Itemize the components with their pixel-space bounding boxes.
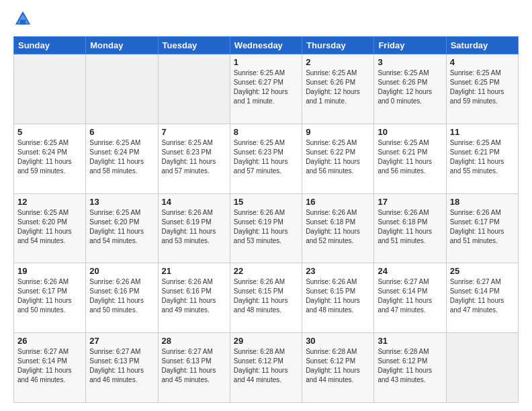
day-cell-22: 22Sunrise: 6:26 AM Sunset: 6:15 PM Dayli…	[230, 263, 302, 333]
day-number-6: 6	[89, 127, 154, 137]
day-cell-8: 8Sunrise: 6:25 AM Sunset: 6:23 PM Daylig…	[230, 124, 302, 193]
day-number-28: 28	[162, 336, 226, 346]
day-number-3: 3	[378, 57, 442, 67]
day-info-27: Sunrise: 6:27 AM Sunset: 6:13 PM Dayligh…	[89, 347, 154, 385]
day-info-15: Sunrise: 6:26 AM Sunset: 6:19 PM Dayligh…	[234, 208, 298, 246]
day-number-19: 19	[17, 266, 82, 276]
day-number-23: 23	[306, 266, 370, 276]
day-cell-26: 26Sunrise: 6:27 AM Sunset: 6:14 PM Dayli…	[14, 333, 86, 403]
day-info-7: Sunrise: 6:25 AM Sunset: 6:23 PM Dayligh…	[162, 138, 226, 176]
day-cell-31: 31Sunrise: 6:28 AM Sunset: 6:12 PM Dayli…	[374, 333, 446, 403]
day-number-18: 18	[450, 197, 515, 207]
logo-icon	[13, 9, 32, 28]
header	[13, 11, 519, 30]
day-info-16: Sunrise: 6:26 AM Sunset: 6:18 PM Dayligh…	[306, 208, 370, 246]
day-number-17: 17	[378, 197, 442, 207]
day-info-6: Sunrise: 6:25 AM Sunset: 6:24 PM Dayligh…	[89, 138, 154, 176]
day-cell-17: 17Sunrise: 6:26 AM Sunset: 6:18 PM Dayli…	[374, 193, 446, 263]
day-number-4: 4	[450, 57, 515, 67]
day-cell-15: 15Sunrise: 6:26 AM Sunset: 6:19 PM Dayli…	[230, 193, 302, 263]
day-info-31: Sunrise: 6:28 AM Sunset: 6:12 PM Dayligh…	[378, 347, 442, 385]
day-info-13: Sunrise: 6:25 AM Sunset: 6:20 PM Dayligh…	[89, 208, 154, 246]
logo	[13, 11, 35, 30]
day-number-1: 1	[234, 57, 298, 67]
empty-cell	[86, 54, 158, 124]
week-row-5: 26Sunrise: 6:27 AM Sunset: 6:14 PM Dayli…	[14, 333, 519, 403]
day-info-14: Sunrise: 6:26 AM Sunset: 6:19 PM Dayligh…	[162, 208, 226, 246]
day-info-29: Sunrise: 6:28 AM Sunset: 6:12 PM Dayligh…	[234, 347, 298, 385]
day-cell-30: 30Sunrise: 6:28 AM Sunset: 6:12 PM Dayli…	[302, 333, 374, 403]
day-info-12: Sunrise: 6:25 AM Sunset: 6:20 PM Dayligh…	[17, 208, 82, 246]
day-number-25: 25	[450, 266, 515, 276]
empty-cell	[446, 333, 518, 403]
empty-cell	[14, 54, 86, 124]
day-info-4: Sunrise: 6:25 AM Sunset: 6:25 PM Dayligh…	[450, 68, 515, 106]
calendar-table: SundayMondayTuesdayWednesdayThursdayFrid…	[13, 36, 519, 403]
day-cell-4: 4Sunrise: 6:25 AM Sunset: 6:25 PM Daylig…	[446, 54, 518, 124]
day-number-27: 27	[89, 336, 154, 346]
day-number-8: 8	[234, 127, 298, 137]
page: SundayMondayTuesdayWednesdayThursdayFrid…	[0, 0, 532, 411]
day-number-29: 29	[234, 336, 298, 346]
day-info-5: Sunrise: 6:25 AM Sunset: 6:24 PM Dayligh…	[17, 138, 82, 176]
day-number-2: 2	[306, 57, 370, 67]
day-number-15: 15	[234, 197, 298, 207]
day-number-10: 10	[378, 127, 442, 137]
day-info-28: Sunrise: 6:27 AM Sunset: 6:13 PM Dayligh…	[162, 347, 226, 385]
day-info-17: Sunrise: 6:26 AM Sunset: 6:18 PM Dayligh…	[378, 208, 442, 246]
day-number-31: 31	[378, 336, 442, 346]
day-info-3: Sunrise: 6:25 AM Sunset: 6:26 PM Dayligh…	[378, 68, 442, 106]
day-info-9: Sunrise: 6:25 AM Sunset: 6:22 PM Dayligh…	[306, 138, 370, 176]
day-info-8: Sunrise: 6:25 AM Sunset: 6:23 PM Dayligh…	[234, 138, 298, 176]
day-cell-3: 3Sunrise: 6:25 AM Sunset: 6:26 PM Daylig…	[374, 54, 446, 124]
weekday-friday: Friday	[374, 37, 446, 54]
week-row-1: 1Sunrise: 6:25 AM Sunset: 6:27 PM Daylig…	[14, 54, 519, 124]
day-info-10: Sunrise: 6:25 AM Sunset: 6:21 PM Dayligh…	[378, 138, 442, 176]
day-info-30: Sunrise: 6:28 AM Sunset: 6:12 PM Dayligh…	[306, 347, 370, 385]
weekday-sunday: Sunday	[14, 37, 86, 54]
day-cell-11: 11Sunrise: 6:25 AM Sunset: 6:21 PM Dayli…	[446, 124, 518, 193]
weekday-wednesday: Wednesday	[230, 37, 302, 54]
weekday-tuesday: Tuesday	[158, 37, 230, 54]
day-info-26: Sunrise: 6:27 AM Sunset: 6:14 PM Dayligh…	[17, 347, 82, 385]
day-info-22: Sunrise: 6:26 AM Sunset: 6:15 PM Dayligh…	[234, 277, 298, 315]
day-info-1: Sunrise: 6:25 AM Sunset: 6:27 PM Dayligh…	[234, 68, 298, 106]
day-number-16: 16	[306, 197, 370, 207]
day-number-5: 5	[17, 127, 82, 137]
day-info-23: Sunrise: 6:26 AM Sunset: 6:15 PM Dayligh…	[306, 277, 370, 315]
day-cell-7: 7Sunrise: 6:25 AM Sunset: 6:23 PM Daylig…	[158, 124, 230, 193]
day-cell-25: 25Sunrise: 6:27 AM Sunset: 6:14 PM Dayli…	[446, 263, 518, 333]
week-row-2: 5Sunrise: 6:25 AM Sunset: 6:24 PM Daylig…	[14, 124, 519, 193]
day-cell-21: 21Sunrise: 6:26 AM Sunset: 6:16 PM Dayli…	[158, 263, 230, 333]
day-number-22: 22	[234, 266, 298, 276]
day-cell-12: 12Sunrise: 6:25 AM Sunset: 6:20 PM Dayli…	[14, 193, 86, 263]
day-number-24: 24	[378, 266, 442, 276]
day-number-7: 7	[162, 127, 226, 137]
day-number-9: 9	[306, 127, 370, 137]
day-info-20: Sunrise: 6:26 AM Sunset: 6:16 PM Dayligh…	[89, 277, 154, 315]
day-cell-23: 23Sunrise: 6:26 AM Sunset: 6:15 PM Dayli…	[302, 263, 374, 333]
day-info-24: Sunrise: 6:27 AM Sunset: 6:14 PM Dayligh…	[378, 277, 442, 315]
day-cell-9: 9Sunrise: 6:25 AM Sunset: 6:22 PM Daylig…	[302, 124, 374, 193]
day-cell-13: 13Sunrise: 6:25 AM Sunset: 6:20 PM Dayli…	[86, 193, 158, 263]
day-number-11: 11	[450, 127, 515, 137]
day-number-12: 12	[17, 197, 82, 207]
day-cell-20: 20Sunrise: 6:26 AM Sunset: 6:16 PM Dayli…	[86, 263, 158, 333]
week-row-3: 12Sunrise: 6:25 AM Sunset: 6:20 PM Dayli…	[14, 193, 519, 263]
day-cell-10: 10Sunrise: 6:25 AM Sunset: 6:21 PM Dayli…	[374, 124, 446, 193]
day-number-21: 21	[162, 266, 226, 276]
day-number-14: 14	[162, 197, 226, 207]
day-cell-29: 29Sunrise: 6:28 AM Sunset: 6:12 PM Dayli…	[230, 333, 302, 403]
day-cell-14: 14Sunrise: 6:26 AM Sunset: 6:19 PM Dayli…	[158, 193, 230, 263]
day-info-2: Sunrise: 6:25 AM Sunset: 6:26 PM Dayligh…	[306, 68, 370, 106]
day-cell-5: 5Sunrise: 6:25 AM Sunset: 6:24 PM Daylig…	[14, 124, 86, 193]
weekday-saturday: Saturday	[446, 37, 518, 54]
day-number-20: 20	[89, 266, 154, 276]
day-cell-28: 28Sunrise: 6:27 AM Sunset: 6:13 PM Dayli…	[158, 333, 230, 403]
day-cell-18: 18Sunrise: 6:26 AM Sunset: 6:17 PM Dayli…	[446, 193, 518, 263]
day-number-30: 30	[306, 336, 370, 346]
day-number-13: 13	[89, 197, 154, 207]
day-info-25: Sunrise: 6:27 AM Sunset: 6:14 PM Dayligh…	[450, 277, 515, 315]
day-info-11: Sunrise: 6:25 AM Sunset: 6:21 PM Dayligh…	[450, 138, 515, 176]
svg-rect-2	[20, 19, 26, 24]
